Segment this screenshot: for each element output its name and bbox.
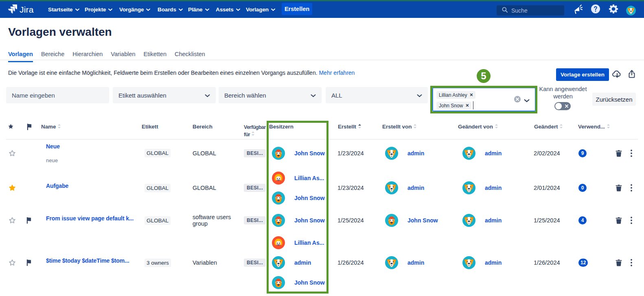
col-modified-by[interactable]: Geändert von (458, 124, 493, 130)
cell-menu[interactable] (631, 232, 634, 294)
template-name-link[interactable]: $time $today $dateTime $tom... (46, 257, 129, 264)
template-name-link[interactable]: From issue view page default k... (46, 215, 134, 222)
user-entry: admin (385, 147, 424, 160)
sort-icon (413, 124, 417, 130)
user-avatar[interactable] (626, 6, 636, 15)
user-link[interactable]: admin (407, 150, 424, 157)
user-link[interactable]: admin (407, 259, 424, 266)
owner-entry: John Snow (272, 276, 325, 289)
owner-link[interactable]: John Snow (294, 150, 325, 157)
tab-vorlagen[interactable]: Vorlagen (8, 51, 33, 62)
col-created-by[interactable]: Erstellt von (382, 124, 412, 130)
available-chip[interactable]: BESI... (244, 259, 266, 267)
template-name-link[interactable]: Neue (46, 143, 60, 150)
kebab-menu-icon[interactable] (631, 259, 632, 266)
nav-item-vorlagen[interactable]: Vorlagen (246, 1, 275, 18)
space-value: GLOBAL (193, 185, 216, 191)
tab-variablen[interactable]: Variablen (111, 51, 135, 62)
help-button[interactable] (589, 1, 602, 18)
row-star[interactable] (9, 232, 17, 294)
cell-created-by: admin (385, 232, 438, 294)
user-link[interactable]: admin (485, 185, 502, 191)
star-outline-icon[interactable] (9, 150, 16, 157)
search-input[interactable] (511, 7, 560, 14)
filter-name-input[interactable] (12, 92, 103, 99)
cell-delete[interactable] (615, 139, 623, 167)
filter-label-select[interactable]: Etikett auswählen (113, 87, 216, 103)
cell-available: BESI... (244, 209, 264, 232)
owner-link[interactable]: John Snow (294, 195, 325, 201)
owner-link[interactable]: Lillian As... (294, 175, 324, 181)
kebab-menu-icon[interactable] (631, 184, 632, 192)
owner-link[interactable]: John Snow (294, 217, 325, 224)
owner-link[interactable]: admin (294, 259, 311, 266)
user-link[interactable]: admin (407, 185, 424, 191)
cell-modified: 1/25/2024 (534, 209, 570, 232)
learn-more-link[interactable]: Mehr erfahren (319, 70, 355, 76)
cell-menu[interactable] (631, 167, 634, 209)
delete-icon[interactable] (615, 150, 622, 157)
cell-delete[interactable] (615, 232, 623, 294)
nav-item-startseite[interactable]: Startseite (48, 1, 79, 18)
col-name[interactable]: Name (41, 124, 56, 130)
nav-item-label: Assets (216, 7, 234, 13)
col-used[interactable]: Verwend... (578, 124, 605, 130)
user-link[interactable]: admin (485, 150, 502, 157)
filter-space-select[interactable]: Bereich wählen (219, 87, 322, 103)
announcements-button[interactable] (572, 1, 584, 18)
available-chip[interactable]: BESI... (244, 184, 266, 192)
cell-modified-by: admin (462, 209, 511, 232)
nav-item-vorgänge[interactable]: Vorgänge (119, 1, 150, 18)
reset-button[interactable]: Zurücksetzen (592, 93, 636, 106)
template-name-link[interactable]: Aufgabe (46, 183, 68, 189)
delete-icon[interactable] (615, 259, 622, 266)
tab-etiketten[interactable]: Etiketten (144, 51, 166, 62)
import-button[interactable] (612, 70, 622, 80)
owner-link[interactable]: John Snow (294, 279, 325, 286)
nav-item-boards[interactable]: Boards (158, 1, 183, 18)
cell-delete[interactable] (615, 209, 623, 232)
search-box[interactable] (496, 5, 565, 16)
filter-all-select[interactable]: ALL (326, 87, 428, 103)
nav-item-projekte[interactable]: Projekte (85, 1, 112, 18)
kebab-menu-icon[interactable] (631, 217, 632, 224)
row-flag (26, 209, 34, 232)
owner-link[interactable]: Lillian As... (294, 239, 324, 246)
col-modified[interactable]: Geändert (534, 124, 558, 130)
row-star[interactable] (9, 167, 17, 209)
nav-item-assets[interactable]: Assets (216, 1, 240, 18)
user-link[interactable]: John Snow (407, 217, 438, 224)
create-template-button[interactable]: Vorlage erstellen (556, 68, 609, 81)
user-link[interactable]: admin (485, 217, 502, 224)
settings-button[interactable] (607, 1, 620, 18)
star-filled-icon[interactable] (9, 184, 16, 192)
can-apply-toggle[interactable] (554, 102, 571, 110)
cell-menu[interactable] (631, 139, 634, 167)
tab-bereiche[interactable]: Bereiche (41, 51, 64, 62)
delete-icon[interactable] (615, 217, 622, 224)
tab-checklisten[interactable]: Checklisten (175, 51, 205, 62)
user-link[interactable]: admin (485, 259, 502, 266)
available-chip[interactable]: BESI... (244, 216, 266, 224)
create-button[interactable]: Erstellen (282, 3, 312, 15)
col-available[interactable]: Verfügbarfür (244, 124, 267, 138)
flag-column-icon[interactable] (27, 124, 32, 131)
export-button[interactable] (628, 70, 637, 80)
jira-logo[interactable]: Jira (8, 1, 34, 18)
row-star[interactable] (9, 209, 17, 232)
star-outline-icon[interactable] (9, 217, 16, 224)
row-star[interactable] (9, 139, 17, 167)
available-chip[interactable]: BESI... (244, 149, 266, 157)
star-outline-icon[interactable] (9, 259, 16, 266)
cell-name: From issue view page default k... (46, 209, 140, 232)
col-created[interactable]: Erstellt (338, 124, 356, 130)
tab-hierarchien[interactable]: Hierarchien (72, 51, 103, 62)
kebab-menu-icon[interactable] (631, 150, 632, 157)
star-column-icon[interactable] (8, 124, 14, 131)
nav-item-pläne[interactable]: Pläne (188, 1, 209, 18)
cell-label: 3 owners (145, 232, 193, 294)
delete-icon[interactable] (615, 184, 622, 192)
search-icon (502, 7, 508, 14)
cell-delete[interactable] (615, 167, 623, 209)
cell-menu[interactable] (631, 209, 634, 232)
